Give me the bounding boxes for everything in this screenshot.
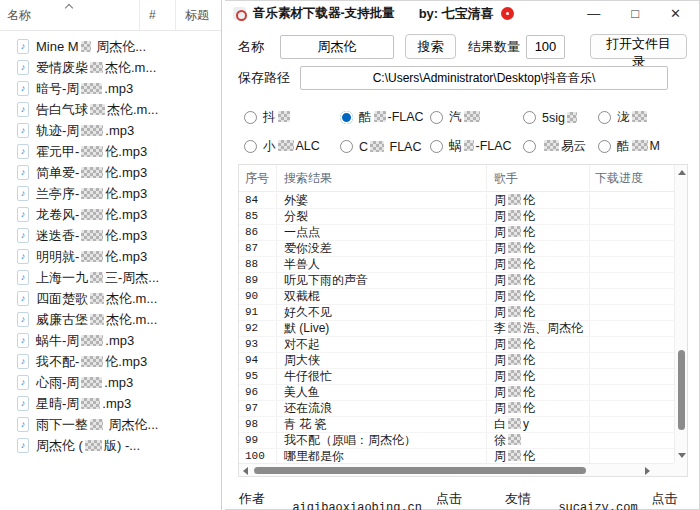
music-file-icon: ♪ [17,375,29,390]
file-item[interactable]: ♪心雨-周.mp3 [0,372,220,393]
cell-title: 好久不见 [276,305,486,320]
cell-progress [589,321,674,336]
source-option[interactable]: 5sig [523,111,598,125]
source-option-label: 汽 [449,109,482,126]
file-item[interactable]: ♪我不配-伦.mp3 [0,351,220,372]
file-item[interactable]: ♪蜗牛-周.mp3 [0,330,220,351]
search-button[interactable]: 搜索 [405,34,456,59]
file-name: 周杰伦 (版) -... [36,437,140,455]
file-item[interactable]: ♪简单爱-伦.mp3 [0,162,220,183]
friend-link[interactable]: 点击直达 [652,490,689,510]
table-row[interactable]: 90双截棍周伦 [239,289,674,305]
file-item[interactable]: ♪爱情废柴杰伦.m... [0,57,220,78]
file-item[interactable]: ♪Mine M 周杰伦... [0,36,220,57]
horizontal-scroll-thumb[interactable] [254,467,586,474]
table-row[interactable]: 95牛仔很忙周伦 [239,369,674,385]
scroll-right-icon[interactable] [645,467,650,475]
scroll-left-icon[interactable] [243,467,248,475]
file-item[interactable]: ♪告白气球杰伦.m... [0,99,220,120]
header-singer[interactable]: 歌手 [486,165,589,191]
file-item[interactable]: ♪轨迹-周.mp3 [0,120,220,141]
file-item[interactable]: ♪星晴-周.mp3 [0,393,220,414]
header-download-progress[interactable]: 下载进度 [589,165,674,191]
table-row[interactable]: 97还在流浪周伦 [239,401,674,417]
table-row[interactable]: 85分裂周伦 [239,209,674,225]
file-name: 心雨-周.mp3 [36,374,133,392]
table-row[interactable]: 92默 (Live)李浩、周杰伦 [239,321,674,337]
cell-progress [589,385,674,400]
cell-no: 87 [239,241,276,256]
cell-title: 周大侠 [276,353,486,368]
radio-icon[interactable] [430,111,443,124]
source-option[interactable]: 蜗-FLAC [430,138,523,155]
radio-icon[interactable] [430,140,443,153]
source-option[interactable]: 汽 [430,109,523,126]
table-row[interactable]: 89听见下雨的声音周伦 [239,273,674,289]
radio-icon[interactable] [523,140,536,153]
radio-selected-icon[interactable] [340,111,353,124]
column-header-number[interactable]: # [139,0,175,30]
table-row[interactable]: 99我不配（原唱：周杰伦）徐 [239,433,674,449]
radio-icon[interactable] [598,111,611,124]
radio-icon[interactable] [523,111,536,124]
file-item[interactable]: ♪威廉古堡杰伦.m... [0,309,220,330]
scroll-up-icon[interactable] [678,170,686,175]
file-item[interactable]: ♪周杰伦 (版) -... [0,435,220,456]
censored-text [81,41,91,52]
result-count-input[interactable] [526,35,565,59]
header-no[interactable]: 序号 [239,165,276,191]
file-item[interactable]: ♪迷迭香-伦.mp3 [0,225,220,246]
table-row[interactable]: 100哪里都是你周伦 [239,449,674,463]
file-item[interactable]: ♪四面楚歌杰伦.m... [0,288,220,309]
minimize-button[interactable]: — [587,7,600,20]
radio-icon[interactable] [340,140,353,153]
source-option[interactable]: 泷 [598,109,687,126]
cell-progress [589,417,674,432]
file-item[interactable]: ♪雨下一整 周杰伦... [0,414,220,435]
horizontal-scrollbar[interactable] [239,463,674,476]
song-name-input[interactable] [280,35,394,59]
source-option[interactable]: 易云 [523,138,598,155]
file-item[interactable]: ♪龙卷风-伦.mp3 [0,204,220,225]
cell-title: 对不起 [276,337,486,352]
censored-text [508,210,521,221]
file-name: 轨迹-周.mp3 [36,122,134,140]
table-row[interactable]: 91好久不见周伦 [239,305,674,321]
close-button[interactable]: ✕ [670,7,681,20]
header-search-result[interactable]: 搜索结果 [276,165,486,191]
censored-text [81,251,103,262]
title-bar[interactable]: 音乐素材下载器-支持批量 by: 七宝清喜 — □ ✕ [225,1,699,26]
author-site-link[interactable]: 点击直达 [436,490,473,510]
table-row[interactable]: 88半兽人周伦 [239,257,674,273]
vertical-scrollbar[interactable] [674,165,687,463]
music-file-icon: ♪ [17,249,29,264]
source-option[interactable]: 酷M [598,138,687,155]
column-header-title[interactable]: 标题 [175,0,221,30]
vertical-scroll-thumb[interactable] [678,350,685,430]
maximize-button[interactable]: □ [631,7,639,20]
file-item[interactable]: ♪兰亭序-伦.mp3 [0,183,220,204]
table-row[interactable]: 94周大侠周伦 [239,353,674,369]
table-row[interactable]: 98青 花 瓷白y [239,417,674,433]
source-option[interactable]: 小ALC [244,138,340,155]
radio-icon[interactable] [244,140,257,153]
file-item[interactable]: ♪霍元甲-伦.mp3 [0,141,220,162]
table-row[interactable]: 96美人鱼周伦 [239,385,674,401]
radio-icon[interactable] [598,140,611,153]
save-path-input[interactable] [300,66,668,90]
file-item[interactable]: ♪上海一九三-周杰... [0,267,220,288]
radio-icon[interactable] [244,111,257,124]
save-path-label: 保存路径 [238,69,300,87]
table-row[interactable]: 84外婆周伦 [239,193,674,209]
source-option[interactable]: C FLAC [340,140,430,154]
table-row[interactable]: 93对不起周伦 [239,337,674,353]
source-option[interactable]: 酷-FLAC [340,109,430,126]
source-option[interactable]: 抖 [244,109,340,126]
scroll-down-icon[interactable] [678,453,686,458]
open-directory-button[interactable]: 打开文件目录 [590,34,687,59]
table-row[interactable]: 87爱你没差周伦 [239,241,674,257]
table-row[interactable]: 86一点点周伦 [239,225,674,241]
cell-progress [589,289,674,304]
file-item[interactable]: ♪明明就-伦.mp3 [0,246,220,267]
file-item[interactable]: ♪暗号-周.mp3 [0,78,220,99]
